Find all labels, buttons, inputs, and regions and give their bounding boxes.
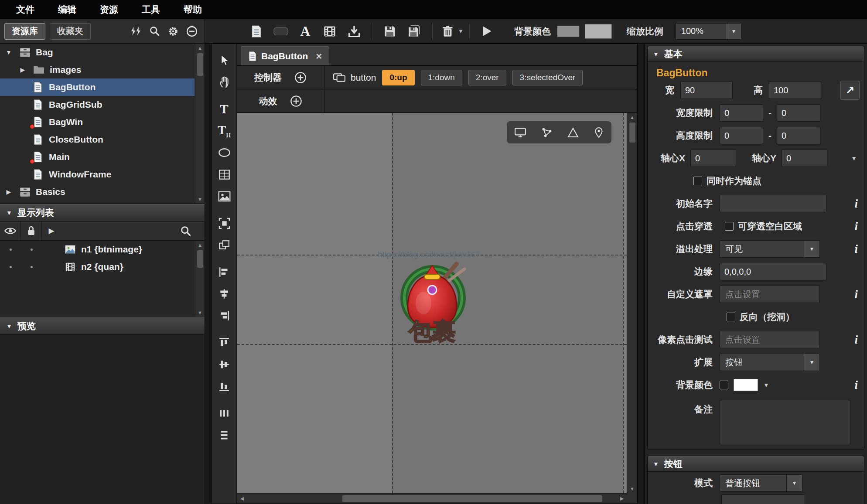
bg-color-swatch[interactable] <box>734 379 758 391</box>
tree-item-closebutton[interactable]: CloseButton <box>0 131 195 148</box>
overflow-dropdown[interactable]: 可见 ▼ <box>720 240 820 258</box>
distribute-vertical-button[interactable] <box>214 424 235 446</box>
guide-line-vertical[interactable] <box>623 113 624 493</box>
guide-line-horizontal[interactable] <box>237 344 627 345</box>
bag-button-object[interactable]: 包裹 <box>392 261 472 344</box>
state-button-up[interactable]: 0:up <box>382 70 414 85</box>
scrollbar-thumb[interactable] <box>197 250 203 268</box>
new-movieclip-button[interactable] <box>317 22 342 41</box>
chevron-down-icon[interactable]: ▼ <box>763 381 769 388</box>
height-input[interactable] <box>769 82 821 99</box>
lock-dot[interactable] <box>31 266 33 268</box>
tab-favorites[interactable]: 收藏夹 <box>50 23 91 40</box>
width-limit-min-input[interactable] <box>720 104 763 122</box>
width-limit-max-input[interactable] <box>777 104 820 122</box>
delete-button[interactable] <box>438 22 457 41</box>
text-tool[interactable]: T <box>214 98 235 120</box>
collapse-arrow-icon[interactable]: ▼ <box>653 51 659 58</box>
canvas-vertical-scrollbar[interactable]: ▲ ▼ <box>627 113 637 493</box>
resize-arrow-button[interactable]: ↗ <box>840 81 860 100</box>
chevron-down-icon[interactable]: ▼ <box>851 155 857 162</box>
pointer-tool[interactable] <box>214 49 235 71</box>
display-list-item-n1[interactable]: n1 {btnimage} <box>0 241 195 258</box>
distribute-horizontal-button[interactable] <box>214 402 235 424</box>
tree-item-main[interactable]: Main <box>0 148 195 166</box>
anchor-checkbox[interactable] <box>693 177 702 185</box>
info-icon[interactable]: i <box>854 288 858 301</box>
align-middle-vertical-button[interactable] <box>214 354 235 375</box>
remark-textarea[interactable] <box>720 400 850 445</box>
background-color-swatch[interactable] <box>557 26 580 37</box>
screen-icon[interactable] <box>514 127 526 138</box>
test-play-button[interactable] <box>475 22 499 41</box>
collapsed-arrow-icon[interactable]: ▶ <box>3 188 14 195</box>
scroll-up-icon[interactable]: ▲ <box>195 44 205 52</box>
tree-item-bagwin[interactable]: BagWin <box>0 113 195 131</box>
tab-resource-library[interactable]: 资源库 <box>4 23 45 40</box>
tree-item-images-folder[interactable]: ▶ images <box>0 61 195 78</box>
visibility-column-button[interactable] <box>0 221 21 240</box>
delete-dropdown-icon[interactable]: ▼ <box>458 28 464 34</box>
clipped-dropdown[interactable] <box>721 494 804 504</box>
height-limit-min-input[interactable] <box>720 127 763 144</box>
tree-item-bag-package[interactable]: ▼ Bag <box>0 44 195 61</box>
info-icon[interactable]: i <box>854 220 858 233</box>
stage-canvas[interactable]: https://blog.csdn.net/jxw167 <box>237 113 637 504</box>
new-image-button[interactable] <box>269 22 293 41</box>
scroll-right-icon[interactable]: ▶ <box>617 494 627 504</box>
lock-column-button[interactable] <box>21 221 42 240</box>
align-top-button[interactable] <box>214 332 235 354</box>
pixel-hit-test-button[interactable]: 点击设置 <box>720 331 820 348</box>
menu-edit[interactable]: 编辑 <box>46 0 88 19</box>
relations-icon[interactable] <box>541 127 553 138</box>
collapsed-arrow-icon[interactable]: ▶ <box>17 66 28 73</box>
shape-tool[interactable] <box>214 142 235 163</box>
align-center-horizontal-button[interactable] <box>214 283 235 305</box>
info-icon[interactable]: i <box>854 242 858 256</box>
display-list-scrollbar[interactable]: ▲ ▼ <box>195 241 205 317</box>
extension-dropdown[interactable]: 按钮 ▼ <box>720 354 820 371</box>
mode-dropdown[interactable]: 普通按钮 ▼ <box>720 474 802 492</box>
preview-header[interactable]: ▼ 预览 <box>0 317 205 335</box>
canvas-horizontal-scrollbar[interactable]: ◀ ▶ <box>237 493 627 504</box>
menu-resource[interactable]: 资源 <box>88 0 130 19</box>
controller-button-entry[interactable]: button <box>333 72 376 83</box>
button-section-header[interactable]: ▼ 按钮 <box>648 456 864 472</box>
new-text-button[interactable]: A <box>293 22 317 41</box>
width-input[interactable] <box>680 82 733 99</box>
display-list-item-n2[interactable]: n2 {quan} <box>0 258 195 276</box>
background-color-preview[interactable] <box>585 24 612 39</box>
chevron-down-icon[interactable]: ▼ <box>804 354 819 371</box>
component-tool[interactable] <box>214 234 235 256</box>
triangle-icon[interactable] <box>567 127 579 138</box>
collapse-arrow-icon[interactable]: ▼ <box>6 323 12 330</box>
bg-color-checkbox[interactable] <box>720 381 728 389</box>
scrollbar-thumb[interactable] <box>197 53 203 76</box>
menu-file[interactable]: 文件 <box>4 0 46 19</box>
new-component-button[interactable] <box>244 22 269 41</box>
height-limit-max-input[interactable] <box>777 127 820 144</box>
lightning-icon[interactable] <box>130 26 142 37</box>
scroll-up-icon[interactable]: ▲ <box>627 113 637 122</box>
tree-item-baggridsub[interactable]: BagGridSub <box>0 96 195 113</box>
state-button-down[interactable]: 1:down <box>421 70 462 85</box>
search-icon[interactable] <box>149 26 160 37</box>
align-bottom-button[interactable] <box>214 375 235 397</box>
invert-mask-checkbox[interactable] <box>727 313 735 321</box>
expand-arrow-icon[interactable]: ▼ <box>3 49 14 56</box>
click-through-checkbox[interactable] <box>725 222 734 231</box>
chevron-down-icon[interactable]: ▼ <box>726 24 741 39</box>
list-tool[interactable] <box>214 163 235 185</box>
scroll-left-icon[interactable]: ◀ <box>237 494 247 504</box>
chevron-down-icon[interactable]: ▼ <box>804 241 819 257</box>
image-tool[interactable] <box>214 185 235 207</box>
scroll-down-icon[interactable]: ▼ <box>195 308 205 317</box>
tree-item-basics-package[interactable]: ▶ Basics <box>0 183 195 201</box>
tree-item-bagbutton[interactable]: BagButton <box>0 78 195 96</box>
collapse-arrow-icon[interactable]: ▼ <box>653 460 659 467</box>
visibility-dot[interactable] <box>10 266 12 268</box>
gear-icon[interactable] <box>167 26 179 37</box>
info-icon[interactable]: i <box>854 197 858 211</box>
tree-item-windowframe[interactable]: WindowFrame <box>0 166 195 183</box>
tree-scrollbar[interactable]: ▲ ▼ <box>195 44 205 204</box>
